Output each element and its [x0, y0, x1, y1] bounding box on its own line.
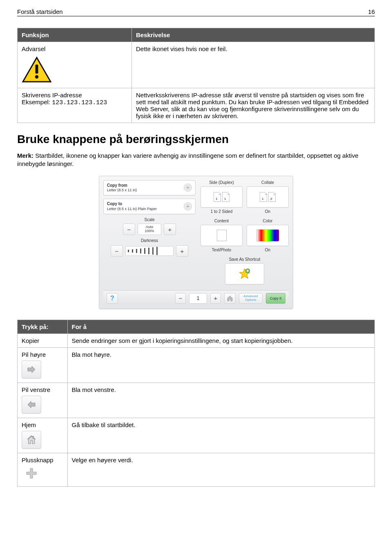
section-heading: Bruke knappene på berøringsskjermen [17, 133, 375, 146]
home-button[interactable] [224, 293, 236, 304]
section-note: Merk: Startbildet, ikonene og knapper ka… [17, 152, 375, 168]
darkness-label: Darkness [103, 238, 196, 243]
copy-to-heading: Copy to [107, 201, 157, 207]
collate-tile[interactable]: 12 [247, 186, 289, 208]
svg-point-2 [35, 75, 38, 78]
plus-icon [22, 463, 41, 483]
side-label: Side (Duplex) [200, 180, 243, 185]
save-shortcut-tile[interactable] [225, 263, 264, 284]
svg-rect-7 [33, 436, 33, 438]
scale-display: Auto 100% [138, 224, 161, 235]
press-table-r1c2: Sende endringer som er gjort i kopiering… [67, 334, 375, 347]
touch-panel: Copy from Letter (8.5 x 11 in) Copy to L… [99, 176, 293, 309]
color-label: Color [247, 219, 289, 223]
press-table-r4c1: Hjem [22, 421, 63, 428]
color-val: On [247, 248, 289, 252]
gear-icon[interactable] [184, 184, 192, 192]
copy-from-sub: Letter (8.5 x 11 in) [107, 188, 137, 193]
page-header: Forstå startsiden 16 [17, 8, 375, 16]
content-tile[interactable] [200, 225, 243, 246]
darkness-minus-button[interactable]: − [111, 245, 123, 257]
help-button[interactable]: ? [107, 293, 118, 304]
function-table-cell-ip: Skriverens IP-adresse Eksempel: 123.123.… [18, 88, 132, 123]
copy-from-card[interactable]: Copy from Letter (8.5 x 11 in) [103, 180, 196, 196]
touchscreen-illustration: Copy from Letter (8.5 x 11 in) Copy to L… [17, 176, 375, 309]
gear-icon[interactable] [184, 202, 192, 210]
press-table-cell-plus: Plussknapp [18, 453, 68, 486]
section-note-lead: Merk: [17, 152, 35, 159]
press-table-r2c2: Bla mot høyre. [67, 347, 375, 383]
press-table-r4c2: Gå tilbake til startbildet. [67, 418, 375, 453]
copy-it-button[interactable]: Copy It [266, 293, 285, 304]
home-icon [22, 431, 41, 449]
press-table-r1c1: Kopier [18, 334, 68, 347]
section-note-body: Startbildet, ikonene og knapper kan vari… [17, 152, 359, 167]
press-table-cell-left: Pil venstre [18, 383, 68, 418]
function-table-r2c1b: Eksempel: 123.123.123.123 [22, 98, 127, 106]
function-table-r1c1: Advarsel [22, 45, 127, 52]
function-table: Funksjon Beskrivelse Advarsel Dette ikon… [17, 28, 375, 123]
function-table-r1c2: Dette ikonet vises hvis noe er feil. [132, 42, 375, 88]
svg-point-4 [187, 206, 189, 207]
advanced-options-button[interactable]: Advanced Options [239, 293, 263, 304]
copy-from-heading: Copy from [107, 183, 137, 188]
press-table-r3c1: Pil venstre [22, 386, 63, 393]
function-table-cell-advarsel: Advarsel [18, 42, 132, 88]
plus-button[interactable]: + [164, 224, 176, 235]
press-table-cell-right: Pil høyre [18, 347, 68, 383]
arrow-right-icon [22, 360, 41, 378]
page-header-number: 16 [368, 8, 375, 15]
press-table-r2c1: Pil høyre [22, 351, 63, 358]
content-label: Content [200, 219, 243, 223]
collate-label: Collate [247, 180, 289, 185]
side-tile[interactable]: 11 [200, 186, 243, 208]
count-minus-button[interactable]: − [175, 293, 186, 304]
svg-rect-1 [36, 65, 38, 74]
save-shortcut-label: Save As Shortcut [200, 257, 289, 262]
darkness-plus-button[interactable]: + [176, 245, 188, 257]
press-table-r5c1: Plussknapp [22, 457, 63, 463]
arrow-left-icon [22, 396, 41, 414]
function-table-r2c1b-label: Eksempel: [22, 98, 52, 105]
press-table-r3c2: Bla mot venstre. [67, 383, 375, 418]
warning-icon [22, 56, 52, 85]
collate-val: On [247, 209, 289, 214]
scale-label: Scale [103, 217, 196, 222]
function-table-r2c2: Nettverksskriverens IP-adresse står øver… [132, 88, 375, 123]
minus-button[interactable]: − [123, 224, 135, 235]
press-table-r5c2: Velge en høyere verdi. [67, 453, 375, 486]
press-table-h2: For å [67, 320, 375, 334]
copy-count: 1 [189, 293, 207, 304]
copy-to-sub: Letter (8.5 x 11 in) Plain Paper [107, 207, 157, 211]
press-table: Trykk på: For å Kopier Sende endringer s… [17, 320, 375, 487]
press-table-h1: Trykk på: [18, 320, 68, 334]
press-table-cell-home: Hjem [18, 418, 68, 453]
color-tile[interactable] [247, 225, 289, 246]
content-val: Text/Photo [200, 248, 243, 252]
scale-val: 100% [145, 229, 154, 233]
count-plus-button[interactable]: + [210, 293, 221, 304]
star-icon [238, 268, 251, 280]
darkness-bar[interactable] [125, 246, 174, 256]
svg-point-3 [187, 187, 189, 188]
side-val: 1 to 2 Sided [200, 209, 243, 214]
function-table-h1: Funksjon [18, 28, 132, 42]
page-header-title: Forstå startsiden [17, 8, 63, 15]
copy-to-card[interactable]: Copy to Letter (8.5 x 11 in) Plain Paper [103, 199, 196, 214]
home-icon [227, 295, 233, 302]
function-table-h2: Beskrivelse [132, 28, 375, 42]
function-table-r2c1b-code: 123.123.123.123 [52, 99, 107, 106]
function-table-r2c1a: Skriverens IP-adresse [22, 92, 127, 98]
